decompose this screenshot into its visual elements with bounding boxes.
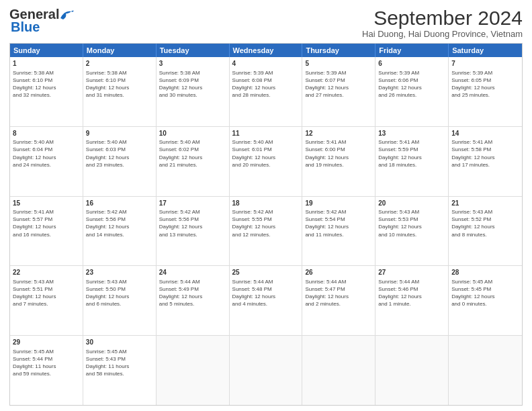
- month-title: September 2024: [362, 7, 523, 29]
- day-info: Sunrise: 5:41 AM Sunset: 5:59 PM Dayligh…: [378, 138, 445, 169]
- day-number: 12: [305, 129, 372, 138]
- day-info: Sunrise: 5:39 AM Sunset: 6:08 PM Dayligh…: [232, 69, 300, 99]
- day-info: Sunrise: 5:42 AM Sunset: 5:56 PM Dayligh…: [159, 208, 226, 238]
- day-number: 1: [13, 59, 80, 68]
- location: Hai Duong, Hai Duong Province, Vietnam: [362, 29, 523, 39]
- day-number: 5: [305, 59, 372, 68]
- day-cell-13: 13Sunrise: 5:41 AM Sunset: 5:59 PM Dayli…: [375, 127, 449, 196]
- calendar-header: SundayMondayTuesdayWednesdayThursdayFrid…: [10, 44, 522, 57]
- day-info: Sunrise: 5:40 AM Sunset: 6:03 PM Dayligh…: [86, 138, 153, 169]
- day-number: 25: [232, 268, 300, 277]
- day-number: 6: [378, 59, 445, 68]
- day-number: 13: [378, 129, 445, 138]
- day-number: 9: [86, 129, 153, 138]
- day-cell-14: 14Sunrise: 5:41 AM Sunset: 5:58 PM Dayli…: [449, 127, 522, 196]
- day-number: 22: [13, 268, 80, 277]
- day-info: Sunrise: 5:42 AM Sunset: 5:55 PM Dayligh…: [232, 208, 300, 238]
- day-info: Sunrise: 5:43 AM Sunset: 5:51 PM Dayligh…: [13, 278, 80, 308]
- day-cell-19: 19Sunrise: 5:42 AM Sunset: 5:54 PM Dayli…: [302, 197, 375, 266]
- calendar-row-3: 15Sunrise: 5:41 AM Sunset: 5:57 PM Dayli…: [10, 197, 522, 267]
- day-info: Sunrise: 5:44 AM Sunset: 5:46 PM Dayligh…: [378, 278, 445, 308]
- day-info: Sunrise: 5:42 AM Sunset: 5:54 PM Dayligh…: [305, 208, 372, 238]
- day-number: 7: [451, 59, 519, 68]
- weekday-header-saturday: Saturday: [449, 44, 522, 57]
- calendar: SundayMondayTuesdayWednesdayThursdayFrid…: [9, 43, 523, 406]
- day-number: 28: [451, 268, 519, 277]
- day-number: 24: [159, 268, 226, 277]
- day-info: Sunrise: 5:43 AM Sunset: 5:52 PM Dayligh…: [451, 208, 519, 238]
- day-cell-7: 7Sunrise: 5:39 AM Sunset: 6:05 PM Daylig…: [449, 57, 522, 126]
- day-info: Sunrise: 5:41 AM Sunset: 5:57 PM Dayligh…: [13, 208, 80, 238]
- day-cell-15: 15Sunrise: 5:41 AM Sunset: 5:57 PM Dayli…: [10, 197, 83, 266]
- empty-cell-4-2: [157, 336, 230, 405]
- day-info: Sunrise: 5:44 AM Sunset: 5:47 PM Dayligh…: [305, 278, 372, 308]
- calendar-row-4: 22Sunrise: 5:43 AM Sunset: 5:51 PM Dayli…: [10, 266, 522, 336]
- day-number: 23: [86, 268, 153, 277]
- day-cell-17: 17Sunrise: 5:42 AM Sunset: 5:56 PM Dayli…: [157, 197, 230, 266]
- weekday-header-thursday: Thursday: [302, 44, 375, 57]
- day-number: 11: [232, 129, 300, 138]
- calendar-row-5: 29Sunrise: 5:45 AM Sunset: 5:44 PM Dayli…: [10, 336, 522, 405]
- day-number: 17: [159, 199, 226, 208]
- day-cell-28: 28Sunrise: 5:45 AM Sunset: 5:45 PM Dayli…: [449, 266, 522, 335]
- day-number: 18: [232, 199, 300, 208]
- day-cell-27: 27Sunrise: 5:44 AM Sunset: 5:46 PM Dayli…: [375, 266, 449, 335]
- day-cell-4: 4Sunrise: 5:39 AM Sunset: 6:08 PM Daylig…: [230, 57, 303, 126]
- day-cell-12: 12Sunrise: 5:41 AM Sunset: 6:00 PM Dayli…: [302, 127, 375, 196]
- day-cell-18: 18Sunrise: 5:42 AM Sunset: 5:55 PM Dayli…: [230, 197, 303, 266]
- day-info: Sunrise: 5:45 AM Sunset: 5:44 PM Dayligh…: [13, 348, 80, 378]
- calendar-row-2: 8Sunrise: 5:40 AM Sunset: 6:04 PM Daylig…: [10, 127, 522, 197]
- day-info: Sunrise: 5:39 AM Sunset: 6:05 PM Dayligh…: [451, 69, 519, 99]
- day-number: 8: [13, 129, 80, 138]
- day-info: Sunrise: 5:39 AM Sunset: 6:07 PM Dayligh…: [305, 69, 372, 99]
- logo-blue: Blue: [9, 19, 40, 35]
- day-cell-22: 22Sunrise: 5:43 AM Sunset: 5:51 PM Dayli…: [10, 266, 83, 335]
- day-info: Sunrise: 5:44 AM Sunset: 5:49 PM Dayligh…: [159, 278, 226, 308]
- day-cell-30: 30Sunrise: 5:45 AM Sunset: 5:43 PM Dayli…: [83, 336, 157, 405]
- day-cell-9: 9Sunrise: 5:40 AM Sunset: 6:03 PM Daylig…: [83, 127, 157, 196]
- day-info: Sunrise: 5:40 AM Sunset: 6:02 PM Dayligh…: [159, 138, 226, 169]
- day-info: Sunrise: 5:38 AM Sunset: 6:09 PM Dayligh…: [159, 69, 226, 99]
- day-info: Sunrise: 5:45 AM Sunset: 5:43 PM Dayligh…: [86, 348, 153, 378]
- empty-cell-4-4: [302, 336, 375, 405]
- day-info: Sunrise: 5:40 AM Sunset: 6:04 PM Dayligh…: [13, 138, 80, 169]
- empty-cell-4-6: [449, 336, 522, 405]
- day-cell-1: 1Sunrise: 5:38 AM Sunset: 6:10 PM Daylig…: [10, 57, 83, 126]
- day-cell-26: 26Sunrise: 5:44 AM Sunset: 5:47 PM Dayli…: [302, 266, 375, 335]
- day-cell-24: 24Sunrise: 5:44 AM Sunset: 5:49 PM Dayli…: [157, 266, 230, 335]
- weekday-header-friday: Friday: [375, 44, 449, 57]
- title-block: September 2024 Hai Duong, Hai Duong Prov…: [362, 7, 523, 39]
- day-number: 19: [305, 199, 372, 208]
- day-number: 2: [86, 59, 153, 68]
- day-number: 20: [378, 199, 445, 208]
- day-cell-8: 8Sunrise: 5:40 AM Sunset: 6:04 PM Daylig…: [10, 127, 83, 196]
- day-number: 30: [86, 338, 153, 347]
- day-cell-6: 6Sunrise: 5:39 AM Sunset: 6:06 PM Daylig…: [375, 57, 449, 126]
- logo: General Blue: [9, 7, 75, 35]
- day-info: Sunrise: 5:45 AM Sunset: 5:45 PM Dayligh…: [451, 278, 519, 308]
- day-info: Sunrise: 5:43 AM Sunset: 5:50 PM Dayligh…: [86, 278, 153, 308]
- day-number: 21: [451, 199, 519, 208]
- day-cell-23: 23Sunrise: 5:43 AM Sunset: 5:50 PM Dayli…: [83, 266, 157, 335]
- day-cell-20: 20Sunrise: 5:43 AM Sunset: 5:53 PM Dayli…: [375, 197, 449, 266]
- day-info: Sunrise: 5:39 AM Sunset: 6:06 PM Dayligh…: [378, 69, 445, 99]
- day-info: Sunrise: 5:41 AM Sunset: 5:58 PM Dayligh…: [451, 138, 519, 169]
- day-info: Sunrise: 5:38 AM Sunset: 6:10 PM Dayligh…: [86, 69, 153, 99]
- calendar-row-1: 1Sunrise: 5:38 AM Sunset: 6:10 PM Daylig…: [10, 57, 522, 127]
- day-number: 10: [159, 129, 226, 138]
- weekday-header-monday: Monday: [83, 44, 157, 57]
- day-number: 15: [13, 199, 80, 208]
- day-cell-5: 5Sunrise: 5:39 AM Sunset: 6:07 PM Daylig…: [302, 57, 375, 126]
- logo-bird-icon: [59, 9, 74, 21]
- day-info: Sunrise: 5:41 AM Sunset: 6:00 PM Dayligh…: [305, 138, 372, 169]
- calendar-body: 1Sunrise: 5:38 AM Sunset: 6:10 PM Daylig…: [10, 57, 522, 405]
- day-cell-16: 16Sunrise: 5:42 AM Sunset: 5:56 PM Dayli…: [83, 197, 157, 266]
- day-number: 4: [232, 59, 300, 68]
- day-info: Sunrise: 5:44 AM Sunset: 5:48 PM Dayligh…: [232, 278, 300, 308]
- day-cell-3: 3Sunrise: 5:38 AM Sunset: 6:09 PM Daylig…: [157, 57, 230, 126]
- day-number: 14: [451, 129, 519, 138]
- day-cell-21: 21Sunrise: 5:43 AM Sunset: 5:52 PM Dayli…: [449, 197, 522, 266]
- weekday-header-tuesday: Tuesday: [157, 44, 230, 57]
- day-cell-10: 10Sunrise: 5:40 AM Sunset: 6:02 PM Dayli…: [157, 127, 230, 196]
- day-number: 3: [159, 59, 226, 68]
